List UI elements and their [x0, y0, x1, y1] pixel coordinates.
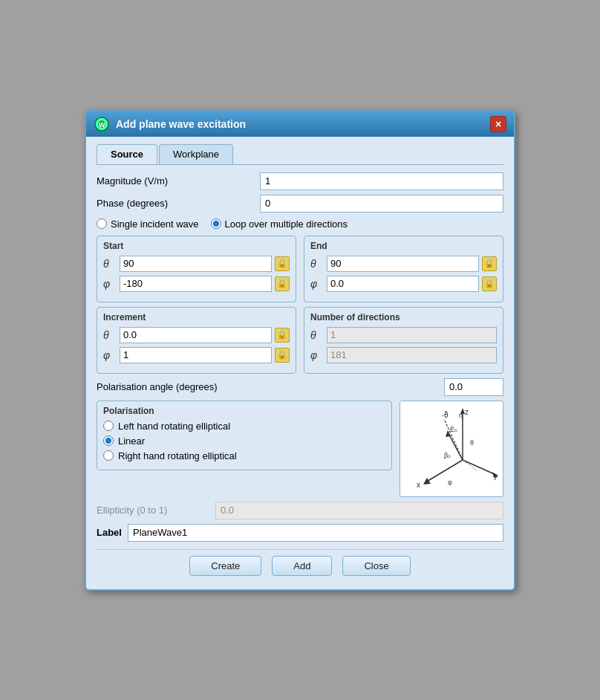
magnitude-label: Magnitude (V/m) — [97, 175, 260, 187]
dialog-body: Source Workplane Magnitude (V/m) Phase (… — [86, 137, 514, 589]
start-title: Start — [103, 241, 290, 251]
start-theta-wrap: 🔒 — [120, 256, 290, 272]
label-label: Label — [97, 527, 122, 538]
ellipticity-row: Ellipticity (0 to 1) — [97, 502, 503, 519]
end-phi-row: φ 🔒 — [310, 276, 497, 292]
start-phi-lock[interactable]: 🔒 — [275, 276, 290, 291]
svg-text:θ: θ — [470, 439, 474, 447]
pol-left-row[interactable]: Left hand rotating elliptical — [103, 421, 385, 432]
num-directions-group: Number of directions θ φ — [304, 307, 503, 374]
single-wave-label: Single incident wave — [111, 218, 199, 230]
end-theta-wrap: 🔒 — [327, 256, 497, 272]
loop-directions-option[interactable]: Loop over multiple directions — [211, 218, 348, 230]
svg-text:η: η — [459, 412, 463, 419]
end-theta-lock[interactable]: 🔒 — [482, 256, 497, 271]
start-phi-input[interactable] — [120, 276, 272, 292]
dialog-title: Add plane wave excitation — [116, 118, 246, 130]
num-theta-input[interactable] — [327, 327, 497, 343]
start-theta-symbol: θ — [103, 258, 120, 270]
num-phi-row: φ — [310, 347, 497, 363]
pol-left-radio[interactable] — [103, 421, 114, 431]
single-wave-option[interactable]: Single incident wave — [97, 218, 199, 230]
inc-theta-input[interactable] — [120, 327, 272, 343]
num-phi-wrap — [327, 347, 497, 363]
inc-phi-wrap: 🔒 — [120, 347, 290, 363]
dialog: W Add plane wave excitation × Source Wor… — [85, 110, 515, 591]
inc-phi-symbol: φ — [103, 349, 120, 361]
num-phi-symbol: φ — [310, 349, 327, 361]
pol-right-radio[interactable] — [103, 450, 114, 461]
button-row: Create Add Close — [97, 549, 503, 579]
start-phi-symbol: φ — [103, 278, 120, 290]
loop-directions-radio[interactable] — [211, 218, 221, 229]
label-row: Label — [97, 524, 503, 542]
pol-right-label: Right hand rotating elliptical — [118, 450, 237, 461]
pol-linear-label: Linear — [118, 435, 145, 447]
magnitude-row: Magnitude (V/m) — [97, 172, 503, 190]
svg-text:z: z — [465, 408, 469, 416]
end-theta-input[interactable] — [327, 256, 479, 272]
start-theta-row: θ 🔒 — [103, 256, 290, 272]
num-directions-title: Number of directions — [310, 312, 497, 323]
polarisation-section: Polarisation Left hand rotating elliptic… — [97, 401, 503, 497]
svg-text:-θ̂: -θ̂ — [442, 411, 449, 419]
tab-source[interactable]: Source — [97, 144, 157, 164]
single-wave-radio[interactable] — [97, 218, 107, 229]
svg-text:φ: φ — [448, 479, 452, 486]
title-bar-left: W Add plane wave excitation — [94, 116, 246, 132]
create-button[interactable]: Create — [189, 556, 261, 576]
svg-line-6 — [463, 460, 496, 475]
pol-angle-input[interactable] — [444, 378, 503, 396]
start-theta-lock[interactable]: 🔒 — [275, 256, 290, 271]
polarisation-box-title: Polarisation — [103, 406, 385, 416]
pol-linear-row[interactable]: Linear — [103, 435, 385, 447]
end-group: End θ 🔒 φ 🔒 — [304, 236, 503, 302]
start-phi-wrap: 🔒 — [120, 276, 290, 292]
svg-marker-10 — [423, 478, 431, 485]
start-theta-input[interactable] — [120, 256, 272, 272]
polarisation-box: Polarisation Left hand rotating elliptic… — [97, 401, 392, 470]
end-phi-input[interactable] — [327, 276, 479, 292]
inc-theta-symbol: θ — [103, 329, 120, 341]
svg-line-9 — [425, 460, 463, 482]
num-phi-input[interactable] — [327, 347, 497, 363]
phase-input[interactable] — [260, 195, 503, 213]
end-phi-lock[interactable]: 🔒 — [482, 276, 497, 291]
inc-phi-lock[interactable]: 🔒 — [275, 348, 290, 363]
inc-theta-lock[interactable]: 🔒 — [275, 328, 290, 343]
end-theta-row: θ 🔒 — [310, 256, 497, 272]
end-theta-symbol: θ — [310, 258, 327, 270]
add-button[interactable]: Add — [272, 556, 332, 576]
end-title: End — [310, 241, 497, 251]
tabs: Source Workplane — [97, 144, 503, 165]
svg-text:Ê₀: Ê₀ — [450, 426, 457, 433]
increment-numdirections-section: Increment θ 🔒 φ 🔒 N — [97, 307, 503, 374]
end-phi-symbol: φ — [310, 278, 327, 290]
svg-text:β₀: β₀ — [444, 452, 451, 459]
close-button-bottom[interactable]: Close — [342, 556, 410, 576]
magnitude-input[interactable] — [260, 172, 503, 190]
pol-left-label: Left hand rotating elliptical — [118, 421, 230, 432]
close-button[interactable]: × — [490, 116, 506, 132]
svg-text:W: W — [99, 121, 105, 129]
phase-row: Phase (degrees) — [97, 195, 503, 213]
tab-workplane[interactable]: Workplane — [159, 144, 233, 164]
inc-theta-wrap: 🔒 — [120, 327, 290, 343]
inc-phi-row: φ 🔒 — [103, 347, 290, 363]
pol-linear-radio[interactable] — [103, 435, 114, 446]
polarisation-angle-row: Polarisation angle (degrees) — [97, 378, 503, 396]
num-theta-wrap — [327, 327, 497, 343]
label-input[interactable] — [128, 524, 503, 542]
end-phi-wrap: 🔒 — [327, 276, 497, 292]
phase-label: Phase (degrees) — [97, 198, 260, 209]
title-bar: W Add plane wave excitation × — [86, 111, 514, 137]
svg-text:y: y — [494, 472, 498, 480]
incident-wave-radio-row: Single incident wave Loop over multiple … — [97, 218, 503, 230]
start-group: Start θ 🔒 φ 🔒 — [97, 236, 296, 302]
increment-title: Increment — [103, 312, 290, 323]
increment-group: Increment θ 🔒 φ 🔒 — [97, 307, 296, 374]
pol-right-row[interactable]: Right hand rotating elliptical — [103, 450, 385, 461]
inc-phi-input[interactable] — [120, 347, 272, 363]
svg-text:x: x — [417, 481, 420, 489]
ellipticity-input[interactable] — [215, 502, 503, 519]
